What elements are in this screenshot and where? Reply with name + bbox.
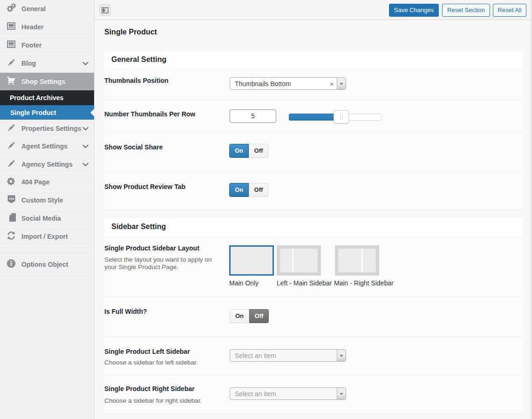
svg-text:css: css [9, 197, 14, 200]
